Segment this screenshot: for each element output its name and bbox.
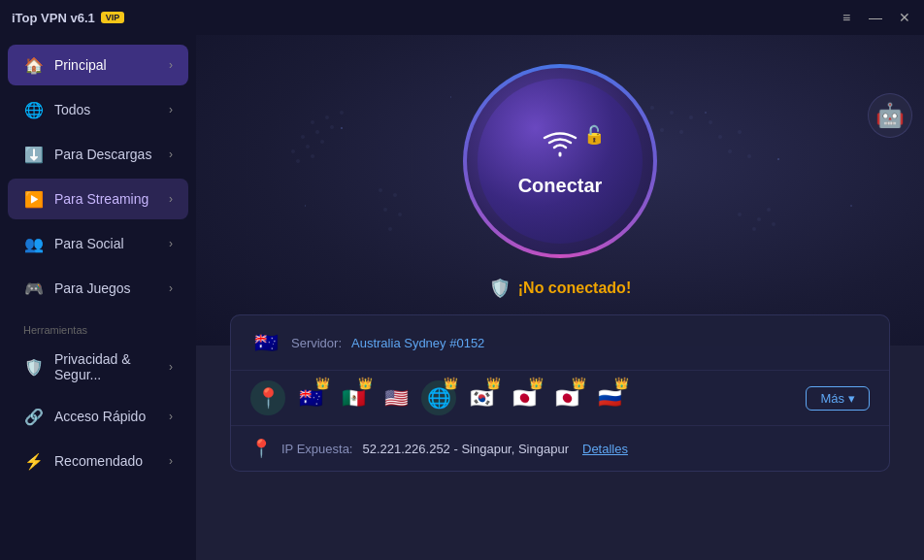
vip-badge: VIP: [101, 12, 125, 23]
sidebar-item-recomendado[interactable]: ⚡ Recomendado ›: [8, 441, 188, 481]
svg-point-44: [398, 213, 402, 216]
robot-button[interactable]: 🤖: [868, 93, 912, 138]
main-layout: 🏠 Principal › 🌐 Todos › ⬇️ Para Descarga…: [0, 35, 924, 560]
sidebar-label-privacidad: Privacidad & Segur...: [54, 351, 169, 382]
crown-icon: 👑: [486, 377, 501, 390]
server-btn-us[interactable]: 🇺🇸: [379, 380, 413, 415]
chevron-right-icon: ›: [169, 281, 173, 295]
tools-section-label: Herramientas: [0, 311, 196, 340]
server-name[interactable]: Australia Sydney #0152: [351, 336, 484, 350]
svg-point-37: [757, 217, 761, 221]
svg-point-31: [679, 130, 683, 134]
svg-point-39: [752, 227, 756, 231]
games-icon: 🎮: [23, 278, 45, 299]
server-btn-jp2[interactable]: 🇯🇵 👑: [549, 380, 584, 415]
svg-point-0: [311, 120, 314, 124]
server-btn-jp1[interactable]: 🇯🇵 👑: [507, 380, 542, 415]
close-button[interactable]: ✕: [897, 10, 912, 25]
svg-point-45: [388, 227, 392, 231]
svg-point-7: [306, 145, 310, 148]
svg-point-8: [320, 140, 324, 144]
home-icon: 🏠: [23, 54, 45, 76]
connect-ring[interactable]: 🔓 Conectar: [463, 64, 657, 258]
sidebar-label-social: Para Social: [54, 236, 169, 251]
chevron-right-icon: ›: [169, 58, 173, 72]
server-flag: 🇦🇺: [250, 327, 281, 358]
servers-row: 📍 🇦🇺 👑 🇲🇽 👑 🇺🇸 🌐 👑: [231, 371, 889, 425]
info-card: 🇦🇺 Servidor: Australia Sydney #0152 📍 🇦🇺…: [230, 314, 890, 472]
crown-icon: 👑: [358, 377, 373, 390]
sidebar-label-streaming: Para Streaming: [54, 191, 169, 207]
svg-point-27: [689, 115, 693, 119]
window-controls: ≡ — ✕: [839, 10, 912, 25]
chevron-right-icon: ›: [169, 237, 173, 250]
sidebar-item-streaming[interactable]: ▶️ Para Streaming ›: [8, 179, 188, 219]
streaming-icon: ▶️: [23, 188, 45, 210]
svg-point-43: [383, 208, 387, 212]
svg-point-2: [340, 111, 344, 115]
globe-icon: 🌐: [23, 99, 45, 120]
svg-point-35: [747, 154, 751, 158]
lock-icon: 🔓: [583, 124, 605, 146]
sidebar-item-social[interactable]: 👥 Para Social ›: [8, 223, 188, 264]
svg-point-5: [330, 125, 334, 129]
sidebar-item-juegos[interactable]: 🎮 Para Juegos ›: [8, 268, 188, 309]
connect-label: Conectar: [518, 175, 603, 197]
crown-icon: 👑: [444, 377, 458, 390]
svg-point-34: [728, 149, 732, 153]
svg-point-1: [325, 115, 329, 119]
recommended-icon: ⚡: [23, 450, 45, 472]
more-button[interactable]: Más ▾: [806, 386, 870, 411]
location-icon: 📍: [256, 386, 280, 410]
robot-icon: 🤖: [875, 102, 905, 129]
svg-point-9: [296, 159, 300, 163]
crown-icon: 👑: [572, 377, 586, 390]
wifi-icon: [541, 126, 579, 169]
download-icon: ⬇️: [23, 144, 45, 165]
link-icon: 🔗: [23, 406, 45, 427]
server-label: Servidor:: [291, 336, 342, 350]
status-bar: 🛡️ ¡No conectado!: [489, 278, 631, 299]
sidebar-item-principal[interactable]: 🏠 Principal ›: [8, 45, 188, 85]
sidebar-item-todos[interactable]: 🌐 Todos ›: [8, 89, 188, 130]
chevron-right-icon: ›: [169, 454, 173, 468]
svg-point-28: [709, 120, 712, 124]
crown-icon: 👑: [529, 377, 544, 390]
server-btn-ru[interactable]: 🇷🇺 👑: [592, 380, 627, 415]
chevron-right-icon: ›: [169, 148, 173, 161]
server-btn-mx[interactable]: 🇲🇽 👑: [336, 380, 371, 415]
server-btn-kr[interactable]: 🇰🇷 👑: [464, 380, 499, 415]
sidebar-item-descargas[interactable]: ⬇️ Para Descargas ›: [8, 134, 188, 175]
status-shield-icon: 🛡️: [489, 278, 511, 299]
svg-point-41: [379, 188, 382, 192]
sidebar-label-recomendado: Recomendado: [54, 453, 169, 469]
us-flag-icon: 🇺🇸: [384, 386, 409, 410]
sidebar-item-acceso[interactable]: 🔗 Acceso Rápido ›: [8, 396, 188, 437]
social-icon: 👥: [23, 233, 45, 254]
server-row: 🇦🇺 Servidor: Australia Sydney #0152: [231, 315, 889, 371]
server-btn-au[interactable]: 🇦🇺 👑: [293, 380, 328, 415]
menu-button[interactable]: ≡: [839, 10, 854, 25]
ip-label: IP Expuesta:: [281, 442, 352, 456]
ip-details-link[interactable]: Detalles: [582, 442, 628, 456]
svg-point-6: [291, 149, 295, 153]
svg-point-3: [301, 135, 305, 139]
svg-point-33: [738, 130, 742, 134]
minimize-button[interactable]: —: [868, 10, 883, 25]
ip-row: 📍 IP Expuesta: 52.221.226.252 - Singapur…: [231, 425, 889, 471]
connect-section: 🔓 Conectar: [463, 64, 657, 258]
server-btn-vpn[interactable]: 🌐 👑: [421, 380, 456, 415]
sidebar-label-juegos: Para Juegos: [54, 280, 169, 296]
ip-value: 52.221.226.252 - Singapur, Singapur: [362, 442, 569, 456]
sidebar-label-todos: Todos: [54, 102, 169, 117]
svg-point-42: [393, 193, 397, 197]
connect-button[interactable]: 🔓 Conectar: [467, 68, 653, 254]
sidebar-item-privacidad[interactable]: 🛡️ Privacidad & Segur... ›: [8, 342, 188, 392]
app-title: iTop VPN v6.1 VIP: [12, 11, 124, 25]
svg-point-32: [718, 135, 722, 139]
sidebar: 🏠 Principal › 🌐 Todos › ⬇️ Para Descarga…: [0, 35, 196, 560]
more-label: Más: [820, 391, 844, 406]
server-btn-location[interactable]: 📍: [250, 380, 285, 415]
svg-point-30: [660, 128, 664, 132]
chevron-right-icon: ›: [169, 360, 173, 374]
